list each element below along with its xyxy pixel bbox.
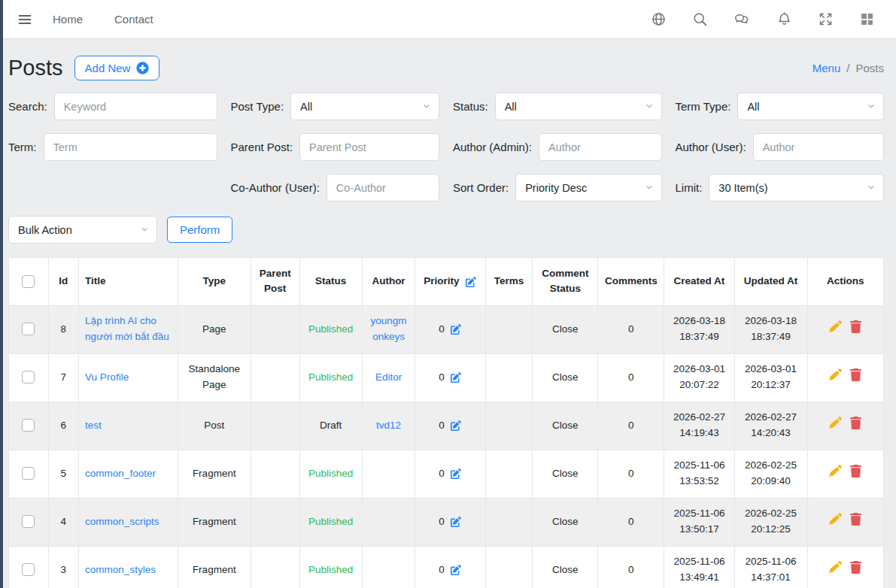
id-cell: 8: [48, 305, 78, 353]
row-checkbox[interactable]: [22, 467, 35, 480]
header-title: Title: [79, 258, 178, 306]
row-checkbox[interactable]: [22, 419, 35, 432]
limit-select[interactable]: 30 Item(s): [709, 174, 884, 202]
bulk-action-value: Bulk Action: [18, 224, 72, 236]
perform-button[interactable]: Perform: [167, 217, 232, 243]
add-new-label: Add New: [85, 62, 131, 74]
delete-trash-icon[interactable]: [850, 465, 861, 477]
post-title-link[interactable]: test: [85, 420, 102, 431]
nav-item-home[interactable]: Home: [53, 13, 83, 26]
globe-icon[interactable]: [651, 11, 667, 27]
row-checkbox[interactable]: [22, 563, 35, 576]
title-cell: test: [79, 402, 178, 450]
term-type-select[interactable]: All: [737, 92, 884, 120]
title-cell: Lập trình AI cho người mới bắt đầu: [79, 305, 178, 353]
edit-pencil-icon[interactable]: [829, 513, 842, 526]
post-title-link[interactable]: Vu Profile: [85, 371, 129, 383]
priority-edit-icon[interactable]: [450, 516, 462, 528]
search-icon[interactable]: [692, 11, 708, 27]
filter-post-type: Post Type: All: [231, 92, 440, 120]
author-user-input[interactable]: [753, 133, 884, 161]
status-cell: Published: [299, 546, 362, 588]
sort-order-select[interactable]: Priority Desc: [515, 174, 661, 202]
row-checkbox[interactable]: [22, 323, 35, 335]
priority-value: 0: [439, 562, 445, 578]
edit-pencil-icon[interactable]: [829, 561, 842, 574]
hamburger-menu-icon[interactable]: [17, 11, 33, 28]
add-new-button[interactable]: Add New: [74, 56, 160, 80]
chevron-down-icon: [645, 101, 654, 113]
header-comments: Comments: [598, 258, 664, 306]
created-at-cell: 2026-03-18 18:37:49: [664, 305, 734, 353]
priority-edit-icon[interactable]: [450, 564, 462, 576]
term-input[interactable]: [44, 133, 217, 161]
select-all-checkbox[interactable]: [22, 275, 35, 288]
post-title-link[interactable]: Lập trình AI cho người mới bắt đầu: [85, 315, 169, 342]
priority-edit-icon[interactable]: [450, 420, 462, 432]
header-created-at: Created At: [664, 258, 734, 306]
post-title-link[interactable]: common_scripts: [85, 516, 159, 527]
delete-trash-icon[interactable]: [850, 417, 861, 429]
term-label: Term:: [8, 141, 37, 153]
edit-pencil-icon[interactable]: [829, 417, 842, 429]
edit-pencil-icon[interactable]: [829, 368, 842, 381]
delete-trash-icon[interactable]: [850, 561, 861, 574]
priority-edit-icon[interactable]: [450, 323, 462, 335]
created-at-cell: 2026-02-27 14:19:43: [664, 402, 734, 450]
post-type-select[interactable]: All: [290, 92, 439, 120]
filter-sort-order: Sort Order: Priority Desc: [453, 174, 662, 202]
delete-trash-icon[interactable]: [850, 513, 861, 526]
search-input[interactable]: [54, 92, 217, 120]
row-checkbox[interactable]: [22, 371, 35, 383]
author-link[interactable]: Editor: [375, 371, 402, 383]
created-at-cell: 2025-11-06 13:49:41: [664, 546, 734, 588]
type-cell: Standalone Page: [178, 353, 251, 402]
updated-at-cell: 2026-03-01 20:12:37: [734, 353, 807, 402]
author-link[interactable]: youngmonkeys: [371, 315, 407, 342]
terms-cell: [485, 546, 533, 588]
comment-status-cell: Close: [533, 353, 598, 402]
author-admin-input[interactable]: [539, 133, 661, 161]
chat-icon[interactable]: [734, 11, 751, 27]
priority-bulk-edit-icon[interactable]: [465, 276, 477, 288]
table-header-row: Id Title Type Parent Post Status Author …: [9, 258, 884, 306]
parent-post-cell: [251, 498, 299, 546]
bell-icon[interactable]: [776, 11, 792, 27]
post-title-link[interactable]: common_footer: [85, 468, 156, 479]
actions-cell: [807, 305, 883, 353]
fullscreen-expand-icon[interactable]: [818, 11, 834, 27]
row-checkbox[interactable]: [22, 515, 35, 528]
top-navbar: Home Contact: [0, 0, 896, 39]
apps-grid-icon[interactable]: [859, 11, 875, 27]
delete-trash-icon[interactable]: [850, 368, 861, 381]
filter-search: Search:: [8, 92, 217, 120]
bulk-action-select[interactable]: Bulk Action: [8, 216, 157, 244]
author-cell: [362, 546, 415, 588]
author-cell: youngmonkeys: [362, 305, 415, 353]
priority-edit-icon[interactable]: [450, 371, 462, 383]
parent-post-input[interactable]: [299, 133, 439, 161]
parent-post-cell: [251, 353, 299, 402]
priority-cell: 0: [415, 498, 485, 546]
edit-pencil-icon[interactable]: [829, 320, 842, 333]
breadcrumb-menu-link[interactable]: Menu: [812, 62, 841, 74]
edit-pencil-icon[interactable]: [829, 465, 842, 477]
post-title-link[interactable]: common_styles: [85, 564, 156, 575]
status-select[interactable]: All: [495, 92, 662, 120]
author-link[interactable]: tvd12: [376, 420, 401, 431]
author-user-label: Author (User):: [676, 141, 746, 153]
co-author-input[interactable]: [327, 174, 439, 202]
delete-trash-icon[interactable]: [850, 320, 861, 333]
id-cell: 6: [48, 402, 78, 450]
priority-cell: 0: [415, 402, 485, 450]
filter-limit: Limit: 30 Item(s): [676, 174, 885, 202]
table-row: 8Lập trình AI cho người mới bắt đầuPageP…: [9, 305, 884, 353]
nav-item-contact[interactable]: Contact: [114, 13, 153, 26]
table-row: 5common_footerFragmentPublished0Close020…: [9, 450, 884, 498]
header-updated-at: Updated At: [734, 258, 807, 306]
comment-status-cell: Close: [533, 546, 598, 588]
terms-cell: [485, 402, 533, 450]
priority-edit-icon[interactable]: [450, 468, 462, 480]
comments-cell: 0: [598, 402, 664, 450]
breadcrumb-current: Posts: [855, 62, 884, 74]
